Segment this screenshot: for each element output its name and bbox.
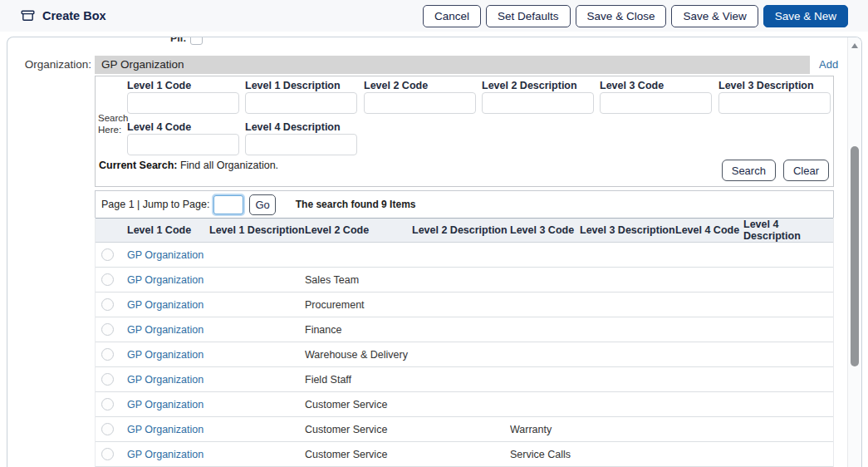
vertical-scrollbar[interactable]	[847, 37, 861, 467]
level3-code-input[interactable]	[600, 92, 712, 114]
org-link[interactable]: GP Organization	[127, 274, 204, 286]
field-level3-code: Level 3 Code	[600, 80, 713, 114]
pager-row: Page 1 | Jump to Page: Go The search fou…	[95, 190, 834, 219]
row-radio[interactable]	[101, 423, 114, 435]
page-title-wrap: Create Box	[21, 9, 106, 22]
level1-code-input[interactable]	[127, 92, 239, 114]
org-link[interactable]: GP Organization	[127, 449, 204, 460]
search-result-count: The search found 9 Items	[296, 199, 416, 210]
table-row: GP Organization Warehouse & Delivery	[96, 342, 833, 367]
organization-label: Organization:	[7, 56, 91, 74]
organization-search-box: Search Here: Level 1 Code Level 1 Descri…	[95, 76, 834, 187]
row-radio[interactable]	[101, 248, 114, 261]
search-here-label: Search Here:	[98, 112, 128, 135]
field-level1-code: Level 1 Code	[127, 80, 240, 114]
level4-code-input[interactable]	[127, 134, 239, 155]
pii-field-row: PII:	[170, 37, 203, 45]
clear-button[interactable]: Clear	[783, 160, 829, 181]
field-level4-description: Level 4 Description	[245, 121, 358, 155]
add-link[interactable]: Add	[819, 56, 838, 74]
table-row: GP Organization Customer Service Warrant…	[96, 417, 833, 442]
action-buttons: Cancel Set Defaults Save & Close Save & …	[423, 5, 848, 27]
table-row: GP Organization Procurement	[96, 292, 833, 317]
row-radio[interactable]	[101, 398, 114, 410]
level2-code-input[interactable]	[364, 92, 476, 114]
org-link[interactable]: GP Organization	[127, 324, 204, 336]
org-link[interactable]: GP Organization	[127, 349, 204, 361]
save-and-new-button[interactable]: Save & New	[763, 5, 848, 27]
table-row: GP Organization Finance	[96, 317, 833, 342]
save-and-close-button[interactable]: Save & Close	[576, 5, 667, 27]
table-header-row: Level 1 Code Level 1 Description Level 2…	[96, 219, 833, 243]
table-row: GP Organization Customer Service Service…	[96, 442, 833, 467]
row-radio[interactable]	[101, 298, 114, 311]
org-link[interactable]: GP Organization	[127, 374, 204, 386]
page-jump-label: Page 1 | Jump to Page:	[101, 199, 209, 210]
results-table: Level 1 Code Level 1 Description Level 2…	[95, 218, 834, 467]
table-row: GP Organization Field Staff	[96, 367, 833, 392]
table-row: GP Organization	[96, 243, 833, 268]
field-level1-description: Level 1 Description	[245, 80, 358, 114]
org-link[interactable]: GP Organization	[127, 299, 204, 311]
level2-description-input[interactable]	[482, 92, 594, 114]
organization-value-bar: GP Organization	[95, 56, 810, 74]
field-level2-description: Level 2 Description	[482, 80, 595, 114]
scroll-up-icon[interactable]	[851, 43, 858, 48]
row-radio[interactable]	[101, 373, 114, 386]
field-level3-description: Level 3 Description	[718, 80, 831, 114]
field-level4-code: Level 4 Code	[127, 121, 240, 155]
row-radio[interactable]	[101, 448, 114, 460]
level1-description-input[interactable]	[245, 92, 357, 114]
table-row: GP Organization Sales Team	[96, 268, 833, 292]
row-radio[interactable]	[101, 348, 114, 361]
search-buttons: Search Clear	[722, 160, 829, 181]
go-button[interactable]: Go	[249, 194, 275, 215]
search-button[interactable]: Search	[722, 160, 776, 181]
row-radio[interactable]	[101, 273, 114, 286]
table-row: GP Organization Customer Service	[96, 392, 833, 417]
level3-description-input[interactable]	[718, 92, 831, 114]
jump-to-page-input[interactable]	[213, 195, 243, 214]
save-and-view-button[interactable]: Save & View	[671, 5, 758, 27]
row-radio[interactable]	[101, 323, 114, 336]
pii-label: PII:	[170, 37, 186, 45]
level4-description-input[interactable]	[245, 134, 357, 155]
page-title: Create Box	[42, 9, 106, 22]
box-icon	[21, 9, 35, 22]
create-box-panel: PII: Organization: GP Organization Add S…	[7, 37, 862, 467]
radio-column-header	[96, 219, 127, 243]
scrollbar-thumb[interactable]	[851, 146, 859, 366]
field-level2-code: Level 2 Code	[364, 80, 477, 114]
org-link[interactable]: GP Organization	[127, 424, 204, 435]
org-link[interactable]: GP Organization	[127, 399, 204, 410]
org-link[interactable]: GP Organization	[127, 249, 204, 261]
cancel-button[interactable]: Cancel	[423, 5, 481, 27]
pii-checkbox[interactable]	[190, 37, 203, 45]
current-search-text: Current Search: Find all Organization.	[99, 160, 278, 171]
set-defaults-button[interactable]: Set Defaults	[486, 5, 571, 27]
top-toolbar: Create Box Cancel Set Defaults Save & Cl…	[0, 0, 868, 32]
